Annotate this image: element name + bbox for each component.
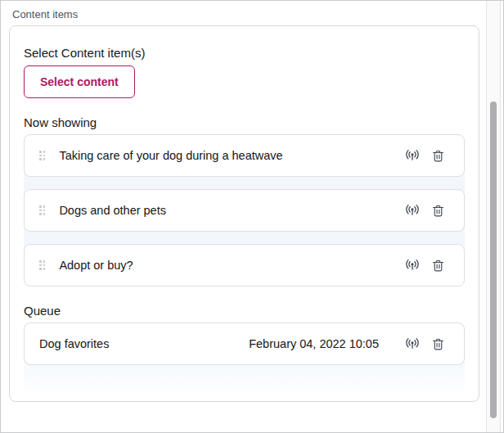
list-item[interactable]: Dogs and other pets [24,189,465,232]
item-title: Dogs and other pets [59,204,403,217]
broadcast-icon[interactable] [403,335,421,353]
queue-list: Dog favorites February 04, 2022 10:05 [24,322,465,390]
item-title: Dog favorites [39,337,249,350]
item-datetime: February 04, 2022 10:05 [249,337,379,350]
trash-icon[interactable] [430,147,446,165]
item-actions [403,201,446,219]
trash-icon[interactable] [430,202,446,219]
item-title: Adopt or buy? [59,259,403,272]
content-items-page: { "page": { "label": "Content items" }, … [0,0,504,433]
item-actions [403,335,446,353]
list-item[interactable]: Adopt or buy? [24,244,465,286]
broadcast-icon[interactable] [403,201,421,219]
broadcast-icon[interactable] [403,147,421,165]
drag-handle-icon[interactable] [39,260,45,270]
vertical-scrollbar[interactable] [486,1,501,432]
drag-handle-icon[interactable] [39,151,45,160]
content-items-label: Content items [12,8,503,20]
scrollbar-thumb[interactable] [490,101,497,418]
item-actions [403,256,446,274]
trash-icon[interactable] [430,336,446,353]
select-content-label: Select Content item(s) [24,46,465,60]
now-showing-list: Taking care of your dog during a heatwav… [24,134,465,286]
trash-icon[interactable] [430,257,446,274]
queue-item[interactable]: Dog favorites February 04, 2022 10:05 [24,322,465,365]
drag-handle-icon[interactable] [39,205,45,215]
select-content-button[interactable]: Select content [24,65,135,98]
content-items-panel: Select Content item(s) Select content No… [9,25,479,402]
list-item[interactable]: Taking care of your dog during a heatwav… [24,134,465,177]
broadcast-icon[interactable] [403,256,421,274]
now-showing-label: Now showing [24,115,465,129]
item-title: Taking care of your dog during a heatwav… [59,149,403,162]
queue-label: Queue [24,304,465,318]
item-actions [403,147,446,165]
